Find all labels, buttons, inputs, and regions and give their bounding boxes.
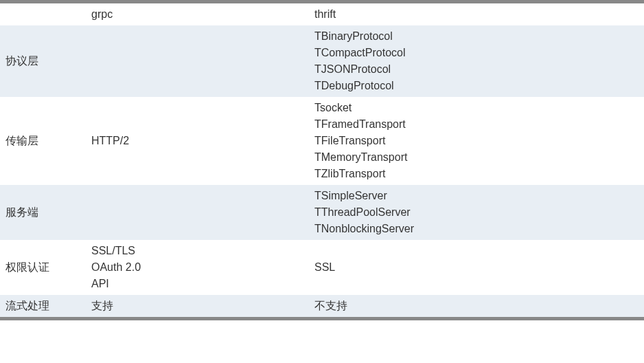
row-thrift: Tsocket TFramedTransport TFileTransport … bbox=[309, 97, 644, 185]
row-thrift: SSL bbox=[309, 240, 644, 295]
row-label: 服务端 bbox=[0, 185, 86, 240]
table-header-row: grpc thrift bbox=[0, 3, 644, 25]
table-row: 传输层 HTTP/2 Tsocket TFramedTransport TFil… bbox=[0, 97, 644, 185]
table-row: 协议层 TBinaryProtocol TCompactProtocol TJS… bbox=[0, 25, 644, 97]
row-grpc: 支持 bbox=[86, 295, 309, 317]
row-label: 权限认证 bbox=[0, 240, 86, 295]
row-grpc bbox=[86, 25, 309, 97]
row-label: 流式处理 bbox=[0, 295, 86, 317]
comparison-table-container: grpc thrift 协议层 TBinaryProtocol TCompact… bbox=[0, 0, 644, 320]
row-thrift: TBinaryProtocol TCompactProtocol TJSONPr… bbox=[309, 25, 644, 97]
row-thrift: TSimpleServer TThreadPoolServer TNonbloc… bbox=[309, 185, 644, 240]
table-row: 流式处理 支持 不支持 bbox=[0, 295, 644, 317]
row-label: 协议层 bbox=[0, 25, 86, 97]
row-thrift: 不支持 bbox=[309, 295, 644, 317]
row-grpc: SSL/TLS OAuth 2.0 API bbox=[86, 240, 309, 295]
table-row: 服务端 TSimpleServer TThreadPoolServer TNon… bbox=[0, 185, 644, 240]
header-col-blank bbox=[0, 3, 86, 25]
header-col-thrift: thrift bbox=[309, 3, 644, 25]
row-label: 传输层 bbox=[0, 97, 86, 185]
row-grpc: HTTP/2 bbox=[86, 97, 309, 185]
row-grpc bbox=[86, 185, 309, 240]
header-col-grpc: grpc bbox=[86, 3, 309, 25]
table-row: 权限认证 SSL/TLS OAuth 2.0 API SSL bbox=[0, 240, 644, 295]
comparison-table: grpc thrift 协议层 TBinaryProtocol TCompact… bbox=[0, 3, 644, 317]
